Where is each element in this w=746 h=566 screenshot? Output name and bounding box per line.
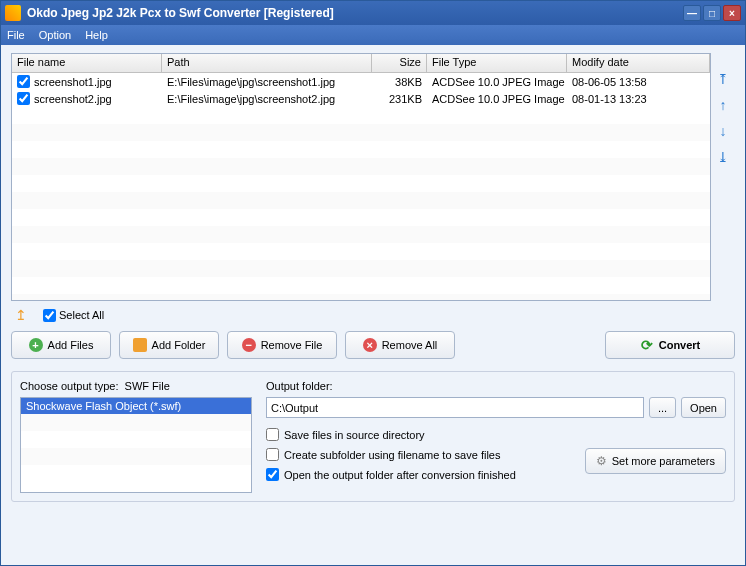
maximize-button[interactable]: □ xyxy=(703,5,721,21)
open-folder-button[interactable]: Open xyxy=(681,397,726,418)
convert-button[interactable]: ⟳Convert xyxy=(605,331,735,359)
add-files-button[interactable]: +Add Files xyxy=(11,331,111,359)
move-top-icon[interactable]: ⤒ xyxy=(715,71,731,87)
folder-up-icon[interactable]: ↥ xyxy=(15,307,27,323)
col-path[interactable]: Path xyxy=(162,54,372,72)
col-modifydate[interactable]: Modify date xyxy=(567,54,710,72)
gear-icon: ⚙ xyxy=(596,454,607,468)
remove-all-button[interactable]: ×Remove All xyxy=(345,331,455,359)
minimize-button[interactable]: — xyxy=(683,5,701,21)
remove-file-button[interactable]: −Remove File xyxy=(227,331,337,359)
output-type-label: Choose output type: SWF File xyxy=(20,380,252,392)
move-up-icon[interactable]: ↑ xyxy=(715,97,731,113)
reorder-controls: ⤒ ↑ ↓ ⤓ xyxy=(711,53,735,301)
menubar: File Option Help xyxy=(1,25,745,45)
menu-file[interactable]: File xyxy=(7,29,25,41)
app-window: Okdo Jpeg Jp2 J2k Pcx to Swf Converter [… xyxy=(0,0,746,566)
table-row[interactable]: screenshot2.jpgE:\Files\image\jpg\screen… xyxy=(12,90,710,107)
remove-all-icon: × xyxy=(363,338,377,352)
select-all-label: Select All xyxy=(59,309,104,321)
select-all-input[interactable] xyxy=(43,309,56,322)
select-all-checkbox[interactable]: Select All xyxy=(43,309,104,322)
minus-icon: − xyxy=(242,338,256,352)
browse-button[interactable]: ... xyxy=(649,397,676,418)
plus-icon: + xyxy=(29,338,43,352)
window-title: Okdo Jpeg Jp2 J2k Pcx to Swf Converter [… xyxy=(27,6,681,20)
row-checkbox[interactable] xyxy=(17,92,30,105)
move-bottom-icon[interactable]: ⤓ xyxy=(715,149,731,165)
app-icon xyxy=(5,5,21,21)
output-folder-label: Output folder: xyxy=(266,380,726,392)
file-list: File name Path Size File Type Modify dat… xyxy=(11,53,711,301)
col-filename[interactable]: File name xyxy=(12,54,162,72)
col-size[interactable]: Size xyxy=(372,54,427,72)
add-folder-button[interactable]: Add Folder xyxy=(119,331,219,359)
output-type-selected[interactable]: Shockwave Flash Object (*.swf) xyxy=(21,398,251,414)
output-folder-input[interactable] xyxy=(266,397,644,418)
menu-help[interactable]: Help xyxy=(85,29,108,41)
convert-icon: ⟳ xyxy=(640,338,654,352)
table-body: screenshot1.jpgE:\Files\image\jpg\screen… xyxy=(12,73,710,301)
table-row[interactable]: screenshot1.jpgE:\Files\image\jpg\screen… xyxy=(12,73,710,90)
table-header: File name Path Size File Type Modify dat… xyxy=(12,54,710,73)
menu-option[interactable]: Option xyxy=(39,29,71,41)
move-down-icon[interactable]: ↓ xyxy=(715,123,731,139)
save-source-option[interactable]: Save files in source directory xyxy=(266,428,726,441)
close-button[interactable]: × xyxy=(723,5,741,21)
content-area: File name Path Size File Type Modify dat… xyxy=(1,45,745,565)
set-more-parameters-button[interactable]: ⚙Set more parameters xyxy=(585,448,726,474)
titlebar: Okdo Jpeg Jp2 J2k Pcx to Swf Converter [… xyxy=(1,1,745,25)
folder-icon xyxy=(133,338,147,352)
row-checkbox[interactable] xyxy=(17,75,30,88)
output-type-list[interactable]: Shockwave Flash Object (*.swf) xyxy=(20,397,252,493)
col-filetype[interactable]: File Type xyxy=(427,54,567,72)
